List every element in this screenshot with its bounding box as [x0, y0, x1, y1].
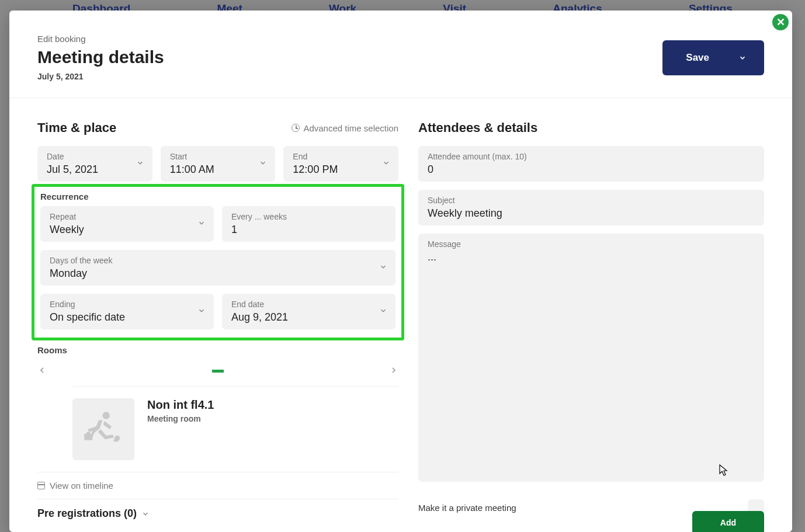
room-next-button[interactable] — [389, 364, 398, 378]
header-eyebrow: Edit booking — [37, 34, 164, 44]
prereg-title: Pre registrations (0) — [37, 507, 137, 520]
view-timeline-link[interactable]: View on timeline — [37, 472, 398, 499]
save-label: Save — [686, 52, 709, 64]
chevron-down-icon — [738, 54, 747, 62]
room-name: Non int fl4.1 — [147, 398, 214, 412]
start-field[interactable]: Start 11:00 AM — [161, 146, 276, 182]
running-person-icon — [81, 406, 126, 452]
attendee-amount-field[interactable]: Attendee amount (max. 10) 0 — [418, 146, 764, 182]
attendees-head: Attendees & details — [418, 120, 764, 135]
subject-field[interactable]: Subject Weekly meeting — [418, 190, 764, 225]
ending-value: On specific date — [50, 311, 204, 324]
message-field[interactable]: Message ... — [418, 234, 764, 482]
room-texts: Non int fl4.1 Meeting room — [147, 398, 214, 460]
rooms-carousel-nav — [37, 360, 398, 383]
date-time-row: Date Jul 5, 2021 Start 11:00 AM End 12:0… — [37, 146, 398, 182]
advanced-time-label: Advanced time selection — [303, 123, 398, 133]
recurrence-row-3: Ending On specific date End date Aug 9, … — [40, 294, 395, 329]
every-value: 1 — [231, 224, 386, 236]
carousel-dot-indicator — [212, 370, 224, 373]
private-label: Make it a private meeting — [418, 503, 516, 513]
repeat-value: Weekly — [50, 224, 204, 236]
end-date-field[interactable]: End date Aug 9, 2021 — [222, 294, 395, 329]
date-field[interactable]: Date Jul 5, 2021 — [37, 146, 152, 182]
header-texts: Edit booking Meeting details July 5, 202… — [37, 34, 164, 81]
every-weeks-field[interactable]: Every ... weeks 1 — [222, 206, 395, 242]
time-place-head: Time & place Advanced time selection — [37, 120, 398, 135]
repeat-label: Repeat — [50, 212, 204, 221]
end-label: End — [293, 152, 389, 161]
room-card[interactable]: Non int fl4.1 Meeting room — [72, 386, 398, 472]
close-button[interactable]: ✕ — [772, 14, 789, 30]
message-label: Message — [428, 239, 755, 249]
message-value: ... — [428, 251, 755, 263]
recurrence-row-2: Days of the week Monday — [40, 250, 395, 286]
ending-field[interactable]: Ending On specific date — [40, 294, 214, 329]
end-date-value: Aug 9, 2021 — [231, 311, 386, 324]
days-of-week-field[interactable]: Days of the week Monday — [40, 250, 395, 286]
rooms-title: Rooms — [37, 345, 398, 355]
save-button[interactable]: Save — [662, 40, 764, 75]
repeat-field[interactable]: Repeat Weekly — [40, 206, 214, 242]
time-place-column: Time & place Advanced time selection Dat… — [37, 120, 398, 525]
attendee-amount-label: Attendee amount (max. 10) — [428, 152, 755, 161]
end-field[interactable]: End 12:00 PM — [283, 146, 398, 182]
date-label: Date — [47, 152, 143, 161]
end-date-label: End date — [231, 300, 386, 309]
days-value: Monday — [50, 267, 386, 280]
svg-rect-2 — [86, 432, 90, 435]
ending-label: Ending — [50, 300, 204, 309]
add-button[interactable]: Add — [692, 511, 764, 525]
svg-rect-1 — [84, 434, 92, 440]
chevron-down-icon — [141, 510, 150, 518]
header-date: July 5, 2021 — [37, 72, 164, 81]
advanced-time-link[interactable]: Advanced time selection — [292, 123, 398, 133]
prereg-section[interactable]: Pre registrations (0) — [37, 499, 398, 520]
meeting-details-modal: ✕ Edit booking Meeting details July 5, 2… — [9, 11, 792, 532]
subject-value: Weekly meeting — [428, 207, 755, 220]
close-icon: ✕ — [776, 16, 785, 29]
modal-body: Time & place Advanced time selection Dat… — [9, 98, 792, 525]
calendar-icon — [37, 482, 45, 489]
clock-icon — [292, 124, 300, 132]
room-type: Meeting room — [147, 414, 214, 423]
svg-point-0 — [102, 412, 109, 419]
room-prev-button[interactable] — [37, 364, 47, 378]
modal-header: Edit booking Meeting details July 5, 202… — [9, 11, 792, 98]
subject-label: Subject — [428, 196, 755, 205]
attendee-amount-value: 0 — [428, 164, 755, 176]
attendees-title: Attendees & details — [418, 120, 537, 135]
days-label: Days of the week — [50, 256, 386, 265]
end-value: 12:00 PM — [293, 164, 389, 176]
page-title: Meeting details — [37, 47, 164, 67]
room-thumbnail — [72, 398, 134, 460]
start-value: 11:00 AM — [170, 164, 266, 176]
attendees-column: Attendees & details Attendee amount (max… — [418, 120, 764, 525]
start-label: Start — [170, 152, 266, 161]
recurrence-title: Recurrence — [40, 192, 395, 201]
time-place-title: Time & place — [37, 120, 116, 135]
recurrence-row-1: Repeat Weekly Every ... weeks 1 — [40, 206, 395, 242]
recurrence-section-highlight: Recurrence Repeat Weekly Every ... weeks… — [32, 184, 404, 340]
date-value: Jul 5, 2021 — [47, 164, 143, 176]
view-timeline-label: View on timeline — [50, 481, 113, 491]
every-label: Every ... weeks — [231, 212, 386, 221]
